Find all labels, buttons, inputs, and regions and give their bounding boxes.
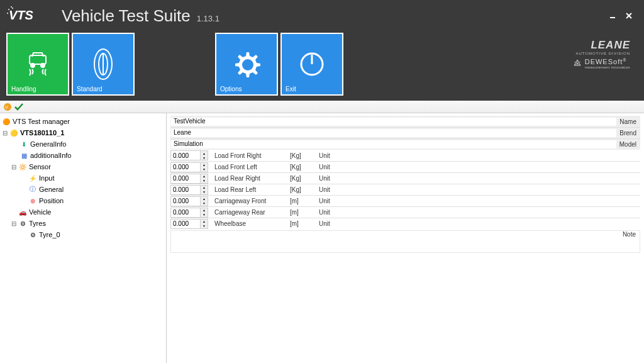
svg-point-9 xyxy=(31,64,35,67)
form-data-row: ▲▼Load Front Right[Kg]Unit xyxy=(170,150,640,161)
form-data-row: ▲▼Load Rear Left[Kg]Unit xyxy=(170,184,640,195)
spin-up-icon[interactable]: ▲ xyxy=(201,197,208,201)
check-icon[interactable] xyxy=(14,102,24,112)
param-unit: [m] xyxy=(287,198,316,204)
value-input[interactable] xyxy=(170,219,201,229)
svg-point-4 xyxy=(11,6,12,8)
value-input[interactable] xyxy=(170,185,201,195)
tile-standard-label: Standard xyxy=(73,84,106,94)
svg-point-3 xyxy=(7,13,8,14)
form-data-row: ▲▼Carriageway Rear[m]Unit xyxy=(170,206,640,218)
tree-item-vehicle[interactable]: 🚗 Vehicle xyxy=(1,206,165,218)
param-unit: [Kg] xyxy=(287,186,316,193)
tree-item-general[interactable]: ⓘ General xyxy=(1,184,165,195)
minimize-button[interactable] xyxy=(608,11,618,21)
tile-exit[interactable]: Exit xyxy=(280,33,343,96)
tree-item-generalinfo[interactable]: ⬇ GeneralInfo xyxy=(1,138,165,150)
spin-up-icon[interactable]: ▲ xyxy=(201,220,208,224)
spin-down-icon[interactable]: ▼ xyxy=(201,179,208,183)
spin-up-icon[interactable]: ▲ xyxy=(201,151,208,155)
tree-collapse-icon[interactable]: ⊟ xyxy=(10,164,18,170)
tree-item-sensor[interactable]: ⊟ 🔆 Sensor xyxy=(1,161,165,172)
tree-item-input[interactable]: ⚡ Input xyxy=(1,172,165,184)
tree-item-tyres[interactable]: ⊟ ⚙ Tyres xyxy=(1,218,165,229)
info-download-icon: ⬇ xyxy=(19,140,29,148)
note-label: Note xyxy=(620,231,640,252)
spin-down-icon[interactable]: ▼ xyxy=(201,155,208,160)
form-row-brand: Leane Brend xyxy=(170,127,640,138)
form-panel: TestVehicle Name Leane Brend Simulation … xyxy=(167,113,644,363)
info-grid-icon: ▦ xyxy=(19,151,29,160)
model-value[interactable]: Simulation xyxy=(170,140,617,149)
svg-text:VTS: VTS xyxy=(9,8,34,22)
spinner[interactable]: ▲▼ xyxy=(201,219,208,229)
brand-value[interactable]: Leane xyxy=(170,128,617,138)
param-unit: [m] xyxy=(287,209,316,216)
param-unit: [Kg] xyxy=(287,175,316,182)
tile-handling-label: Handling xyxy=(8,84,40,94)
spinner[interactable]: ▲▼ xyxy=(201,185,208,195)
spin-up-icon[interactable]: ▲ xyxy=(201,186,208,190)
header-bar: VTS Vehicle Test Suite 1.13.1 xyxy=(0,0,644,101)
spin-up-icon[interactable]: ▲ xyxy=(201,208,208,213)
param-unit: [Kg] xyxy=(287,164,316,170)
unit-label: Unit xyxy=(316,220,354,227)
position-icon: ⊕ xyxy=(28,196,38,205)
close-button[interactable] xyxy=(624,11,634,21)
value-input[interactable] xyxy=(170,208,201,218)
leane-logo: LEANE xyxy=(575,39,630,52)
tile-options[interactable]: Options xyxy=(215,33,278,96)
form-data-row: ▲▼Carriageway Front[m]Unit xyxy=(170,195,640,206)
main-area: 🟠 VTS Test manager ⊟ 🟡 VTS180110_1 ⬇ Gen… xyxy=(0,113,644,363)
spinner[interactable]: ▲▼ xyxy=(201,174,208,184)
spinner[interactable]: ▲▼ xyxy=(201,208,208,218)
tree-collapse-icon[interactable]: ⊟ xyxy=(1,130,9,137)
param-unit: [m] xyxy=(287,220,316,227)
spinner[interactable]: ▲▼ xyxy=(201,162,208,172)
spin-down-icon[interactable]: ▼ xyxy=(201,201,208,206)
model-label: Model xyxy=(617,141,640,148)
tile-standard[interactable]: Standard xyxy=(72,33,135,96)
car-handling-icon xyxy=(21,44,55,84)
form-data-row: ▲▼Load Rear Right[Kg]Unit xyxy=(170,172,640,184)
param-label: Carriageway Rear xyxy=(212,209,287,216)
spin-up-icon[interactable]: ▲ xyxy=(201,163,208,167)
folder-icon: 🟡 xyxy=(9,128,19,137)
unit-label: Unit xyxy=(316,152,354,159)
param-label: Load Rear Right xyxy=(212,175,287,182)
spinner[interactable]: ▲▼ xyxy=(201,150,208,160)
titlebar: VTS Vehicle Test Suite 1.13.1 xyxy=(0,0,644,28)
brand-logos: LEANE AUTOMOTIVE DIVISION DEWESoft® meas… xyxy=(573,33,638,96)
tree-item-position[interactable]: ⊕ Position xyxy=(1,195,165,206)
value-input[interactable] xyxy=(170,162,201,172)
value-input[interactable] xyxy=(170,150,201,160)
unit-label: Unit xyxy=(316,186,354,193)
tree-collapse-icon[interactable]: ⊟ xyxy=(10,220,18,227)
spin-up-icon[interactable]: ▲ xyxy=(201,174,208,179)
tile-options-label: Options xyxy=(216,84,245,94)
tyre-icon: ⚙ xyxy=(18,219,28,228)
spin-down-icon[interactable]: ▼ xyxy=(201,213,208,217)
tree-item-additionalinfo[interactable]: ▦ additionalInfo xyxy=(1,150,165,161)
form-row-note: Note xyxy=(170,230,640,253)
value-input[interactable] xyxy=(170,174,201,184)
spin-down-icon[interactable]: ▼ xyxy=(201,224,208,228)
name-value[interactable]: TestVehicle xyxy=(170,117,617,126)
spinner[interactable]: ▲▼ xyxy=(201,196,208,206)
tree-item-tyre0[interactable]: ⚙ Tyre_0 xyxy=(1,229,165,240)
value-input[interactable] xyxy=(170,196,201,206)
toolbar-strip: V xyxy=(0,101,644,113)
tree-root[interactable]: 🟠 VTS Test manager xyxy=(1,116,165,127)
vts-mini-icon[interactable]: V xyxy=(3,102,13,112)
tree-item-vts180110[interactable]: ⊟ 🟡 VTS180110_1 xyxy=(1,127,165,138)
spin-down-icon[interactable]: ▼ xyxy=(201,190,208,194)
svg-point-10 xyxy=(41,64,45,67)
param-label: Carriageway Front xyxy=(212,198,287,204)
note-value[interactable] xyxy=(171,231,620,252)
spin-down-icon[interactable]: ▼ xyxy=(201,167,208,172)
dewesoft-icon xyxy=(573,59,582,68)
unit-label: Unit xyxy=(316,164,354,170)
param-label: Load Rear Left xyxy=(212,186,287,193)
leane-subtitle: AUTOMOTIVE DIVISION xyxy=(575,52,630,55)
tile-handling[interactable]: Handling xyxy=(6,33,69,96)
